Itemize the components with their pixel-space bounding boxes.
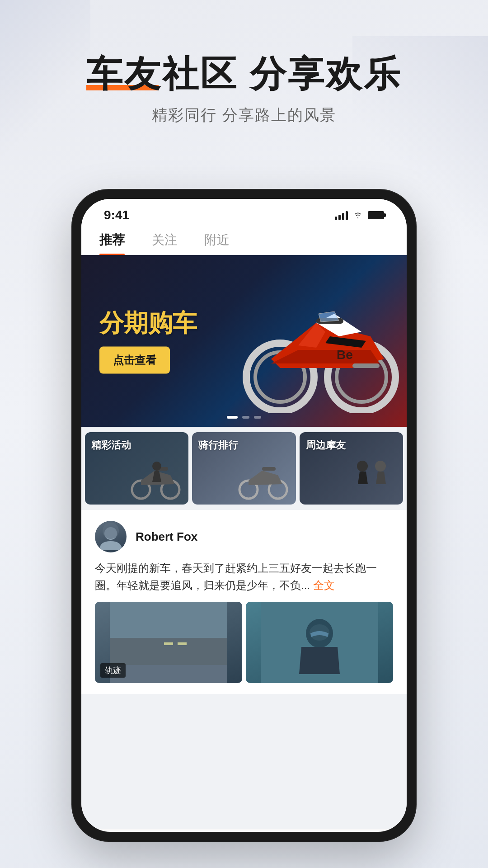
banner[interactable]: 分期购车 点击查看 bbox=[81, 255, 407, 427]
banner-button[interactable]: 点击查看 bbox=[99, 346, 170, 373]
nearby-people-icon bbox=[344, 457, 399, 500]
svg-point-14 bbox=[357, 461, 368, 472]
svg-rect-13 bbox=[262, 467, 276, 471]
banner-dots bbox=[227, 416, 261, 419]
category-grid: 精彩活动 骑行排行 bbox=[81, 427, 407, 505]
tab-nearby[interactable]: 附近 bbox=[204, 231, 230, 255]
phone-screen: 9:41 bbox=[81, 199, 407, 832]
category-nearby[interactable]: 周边摩友 bbox=[300, 432, 403, 505]
svg-rect-19 bbox=[110, 638, 227, 665]
banner-title: 分期购车 bbox=[99, 308, 197, 338]
phone-mockup: 9:41 bbox=[72, 190, 416, 841]
ranking-bike-icon bbox=[237, 457, 291, 500]
events-bike-icon bbox=[130, 457, 184, 500]
svg-text:Be: Be bbox=[337, 348, 353, 362]
svg-point-15 bbox=[375, 461, 386, 472]
svg-rect-22 bbox=[110, 602, 227, 638]
tab-following[interactable]: 关注 bbox=[152, 231, 177, 255]
post-image-2-content bbox=[246, 602, 393, 683]
status-bar: 9:41 bbox=[81, 199, 407, 227]
post-header: Robert Fox bbox=[95, 521, 393, 552]
post-image-1-label: 轨迹 bbox=[100, 663, 126, 678]
post-image-1[interactable]: 轨迹 bbox=[95, 602, 242, 683]
category-ranking-label: 骑行排行 bbox=[198, 439, 238, 452]
hero-title: 车友社区 分享欢乐 bbox=[86, 54, 402, 94]
svg-rect-5 bbox=[352, 363, 380, 368]
tab-recommended[interactable]: 推荐 bbox=[99, 231, 125, 255]
category-events-label: 精彩活动 bbox=[91, 439, 131, 452]
svg-rect-20 bbox=[164, 642, 173, 645]
banner-dot-1 bbox=[227, 416, 238, 419]
banner-dot-3 bbox=[254, 416, 261, 419]
status-icons bbox=[335, 210, 384, 221]
hero-section: 车友社区 分享欢乐 精彩同行 分享路上的风景 bbox=[0, 54, 488, 126]
category-ranking[interactable]: 骑行排行 bbox=[192, 432, 296, 505]
svg-rect-21 bbox=[178, 642, 187, 645]
battery-icon bbox=[368, 211, 384, 219]
avatar bbox=[95, 521, 127, 552]
post-image-2[interactable] bbox=[246, 602, 393, 683]
post-username: Robert Fox bbox=[136, 530, 197, 544]
signal-icon bbox=[335, 210, 348, 220]
hero-subtitle: 精彩同行 分享路上的风景 bbox=[0, 105, 488, 126]
post-readmore-link[interactable]: 全文 bbox=[313, 579, 335, 591]
status-time: 9:41 bbox=[104, 208, 129, 222]
svg-point-17 bbox=[103, 523, 119, 539]
phone-frame: 9:41 bbox=[72, 190, 416, 841]
post-content: 今天刚提的新车，春天到了赶紧约上三五好友一起去长跑一圈。年轻就是要追风，归来仍是… bbox=[95, 560, 393, 594]
post-section: Robert Fox 今天刚提的新车，春天到了赶紧约上三五好友一起去长跑一圈。年… bbox=[81, 510, 407, 694]
category-events[interactable]: 精彩活动 bbox=[85, 432, 188, 505]
svg-point-10 bbox=[152, 462, 161, 471]
content-area: 分期购车 点击查看 bbox=[81, 255, 407, 829]
banner-dot-2 bbox=[242, 416, 249, 419]
nav-tabs: 推荐 关注 附近 bbox=[81, 227, 407, 255]
wifi-icon bbox=[352, 210, 363, 221]
banner-bike-image: Be bbox=[226, 269, 407, 413]
post-images: 轨迹 bbox=[95, 602, 393, 683]
banner-text: 分期购车 点击查看 bbox=[99, 308, 197, 374]
category-nearby-label: 周边摩友 bbox=[306, 439, 346, 452]
